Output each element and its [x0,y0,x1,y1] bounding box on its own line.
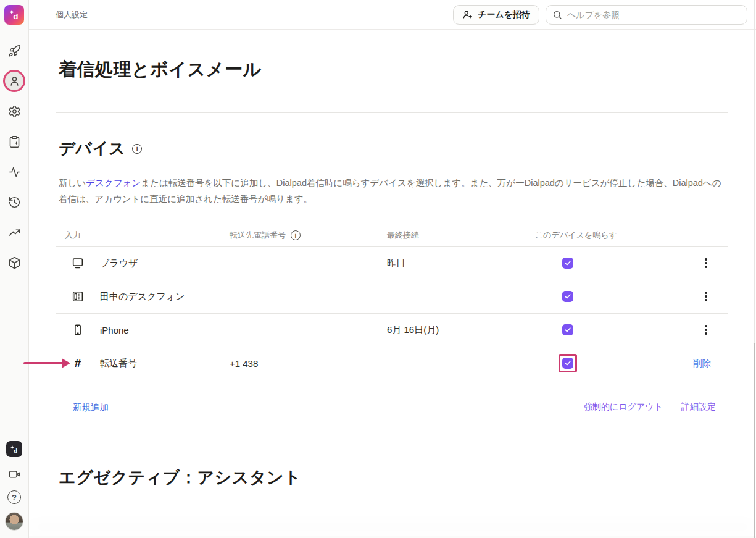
video-meetings-icon[interactable] [6,465,23,482]
browser-monitor-icon [56,256,100,270]
help-search[interactable] [546,5,747,25]
col-last-connected: 最終接続 [387,230,535,241]
help-glyph: ? [12,493,17,502]
settings-gear-icon[interactable] [6,103,23,120]
device-row-browser: ブラウザ 昨日 [56,247,728,280]
check-icon [564,293,571,300]
add-new-link[interactable]: 新規追加 [73,401,109,413]
deskphone-link[interactable]: デスクフォン [86,178,141,188]
device-row-deskphone: 田中のデスクフォン [56,280,728,314]
invite-team-button[interactable]: チームを招待 [453,5,539,25]
main-content: 着信処理とボイスメール デバイス i 新しいデスクフォンまたは転送番号を以下に追… [29,38,756,489]
page-title: 着信処理とボイスメール [59,57,728,82]
row-menu-kebab-icon[interactable] [701,256,711,271]
divider [56,38,728,38]
search-icon [552,10,562,20]
help-search-input[interactable] [567,10,741,20]
executive-assistant-heading: エグゼクティブ：アシスタント [59,466,728,489]
device-row-forward-number: # 転送番号 +1 438 削除 [56,347,728,380]
history-icon[interactable] [6,193,23,211]
hash-icon: # [56,356,100,370]
devices-description: 新しいデスクフォンまたは転送番号を以下に追加し、Dialpad着信時に鳴らすデバ… [59,175,725,208]
ring-device-checkbox[interactable] [562,291,573,302]
rocket-icon[interactable] [6,42,23,59]
info-icon[interactable]: i [291,230,301,240]
info-icon[interactable]: i [132,144,142,154]
svg-text:d: d [13,447,17,454]
col-input: 入力 [56,230,230,241]
sidebar-nav [3,42,25,271]
scrollbar-thumb[interactable] [754,343,755,538]
analytics-trend-icon[interactable] [6,224,23,241]
check-icon [564,326,571,334]
dialpad-logo[interactable]: d [4,5,24,25]
ai-notes-icon[interactable] [6,133,23,150]
devices-section-title: デバイス i [59,138,728,159]
advanced-settings-link[interactable]: 詳細設定 [681,401,716,413]
divider [56,442,728,442]
device-name: 田中のデスクフォン [100,291,230,303]
table-footer-links: 新規追加 強制的にログアウト 詳細設定 [56,401,728,413]
devices-table: 入力 転送先電話番号 i 最終接続 このデバイスを鳴らす ブラウザ 昨日 [56,225,728,380]
devices-table-header: 入力 転送先電話番号 i 最終接続 このデバイスを鳴らす [56,225,728,247]
ring-device-checkbox[interactable] [562,358,573,369]
page-breadcrumb: 個人設定 [56,9,88,20]
ring-device-checkbox[interactable] [562,258,573,269]
topbar: 個人設定 チームを招待 [29,0,756,30]
mobile-phone-icon [56,323,100,337]
col-forward-number: 転送先電話番号 i [230,230,387,241]
device-row-iphone: iPhone 6月 16日(月) [56,314,728,347]
user-avatar[interactable] [5,512,23,531]
dialpad-logo-glyph: d [7,7,22,22]
device-name: iPhone [100,325,230,335]
deskphone-icon [56,290,100,303]
device-name: ブラウザ [100,258,230,269]
activity-icon[interactable] [6,163,23,180]
annotation-highlight-box [559,354,577,372]
sidebar: d [0,0,29,538]
help-icon[interactable]: ? [7,490,21,504]
check-icon [564,259,571,267]
device-name: 転送番号 [100,358,230,369]
user-plus-icon [462,9,473,20]
device-last-connected: 昨日 [387,258,535,269]
force-logout-link[interactable]: 強制的にログアウト [584,401,663,413]
col-ring-device: このデバイスを鳴らす [535,230,668,241]
svg-text:d: d [13,12,18,21]
desc-text: 新しい [59,178,86,188]
row-menu-kebab-icon[interactable] [701,289,711,304]
devices-heading: デバイス [59,138,125,159]
dialpad-mini-app-icon[interactable]: d [6,441,22,457]
delete-link[interactable]: 削除 [693,358,711,369]
invite-team-label: チームを招待 [478,9,530,20]
device-last-connected: 6月 16日(月) [387,324,535,336]
integrations-box-icon[interactable] [6,254,23,271]
device-number: +1 438 [230,358,387,369]
profile-icon-active[interactable] [3,70,25,92]
next-section-edge [29,536,756,538]
topbar-actions: チームを招待 [453,5,747,25]
divider [56,112,728,113]
row-menu-kebab-icon[interactable] [701,322,711,337]
ring-device-checkbox[interactable] [562,324,573,335]
sidebar-bottom: d ? [5,441,23,531]
check-icon [564,359,571,367]
desc-text: または転送番号を以下に追加し、Dialpad着信時に鳴らすデバイスを選択します。… [59,178,721,204]
